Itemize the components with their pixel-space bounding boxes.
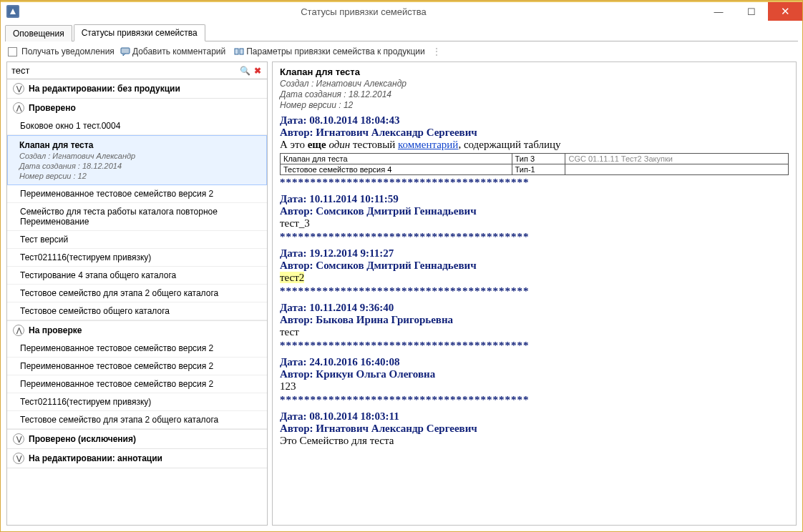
table-cell (565, 164, 789, 175)
receive-label: Получать уведомления (21, 46, 115, 56)
entry-author: Автор: Сомсиков Дмитрий Геннадьевич (280, 260, 789, 272)
entry-body: 123 (280, 380, 789, 393)
comment-entry: Дата: 10.11.2014 10:11:59Автор: Сомсиков… (280, 193, 789, 230)
list-item[interactable]: Семейство для теста работы каталога повт… (7, 203, 267, 231)
item-title: Тестирование 4 этапа общего каталога (20, 270, 260, 280)
separator-stars: ****************************************… (280, 340, 789, 352)
group-header[interactable]: ⋁Проверено (исключения) (7, 430, 267, 448)
maximize-button[interactable]: ☐ (735, 2, 768, 21)
clear-search-icon[interactable]: ✖ (251, 66, 264, 76)
svg-rect-1 (121, 48, 130, 54)
list-item[interactable]: Тест версий (7, 231, 267, 249)
window-buttons: — ☐ ✕ (702, 2, 802, 21)
item-meta: Дата создания : 18.12.2014 (19, 162, 259, 170)
comment-entry: Дата: 08.10.2014 18:04:43Автор: Игнатови… (280, 114, 789, 175)
list-item[interactable]: Тест021116(тестируем привязку) (7, 393, 267, 411)
entry-author: Автор: Крикун Ольга Олеговна (280, 368, 789, 380)
params-icon (234, 46, 244, 56)
item-title: Боковое окно 1 тест.0004 (20, 121, 260, 131)
item-meta: Создал : Игнатович Александр (19, 152, 259, 160)
tab-bar: ОповещенияСтатусы привязки семейства (1, 21, 802, 41)
list-item[interactable]: Тестовое семейство общего каталога (7, 302, 267, 320)
entry-date: Дата: 19.12.2014 9:11:27 (280, 247, 789, 260)
app-icon (6, 5, 19, 18)
item-title: Тест021116(тестируем привязку) (20, 397, 260, 407)
separator-stars: ****************************************… (280, 177, 789, 189)
table-cell: Тип 3 (512, 154, 565, 164)
receive-checkbox[interactable] (8, 47, 17, 56)
add-comment-button[interactable]: Добавить комментарий (117, 45, 228, 58)
svg-rect-3 (240, 49, 243, 54)
item-title: Тестовое семейство общего каталога (20, 306, 260, 316)
separator-stars: ****************************************… (280, 394, 789, 406)
search-row: 🔍 ✖ (7, 62, 267, 79)
group-title: На редактировании: аннотации (29, 453, 162, 463)
chevron-up-icon: ⋀ (13, 102, 24, 114)
table-cell: Тестовое семейство версия 4 (281, 164, 512, 175)
comment-entry: Дата: 08.10.2014 18:03:11Автор: Игнатови… (280, 410, 789, 447)
entry-body: тест2 (280, 272, 789, 284)
table-cell: Клапан для теста (281, 154, 512, 164)
search-input[interactable] (7, 62, 238, 79)
list-item[interactable]: Тестовое семейство для этапа 2 общего ка… (7, 411, 267, 429)
entry-author: Автор: Сомсиков Дмитрий Геннадьевич (280, 205, 789, 217)
list-item[interactable]: Переименованное тестовое семейство верси… (7, 358, 267, 375)
window-title: Статусы привязки семейства (25, 6, 702, 17)
entry-body: тест_3 (280, 217, 789, 230)
family-tree: ⋁На редактировании: без продукции⋀Провер… (7, 79, 267, 525)
item-meta: Номер версии : 12 (19, 172, 259, 180)
chevron-down-icon: ⋁ (13, 433, 24, 445)
toolbar-separator: ⋮ (432, 46, 441, 56)
comment-entry: Дата: 19.12.2014 9:11:27Автор: Сомсиков … (280, 247, 789, 284)
entry-date: Дата: 08.10.2014 18:04:43 (280, 114, 789, 127)
comment-icon (120, 46, 130, 56)
list-item[interactable]: Тестовое семейство для этапа 2 общего ка… (7, 285, 267, 302)
list-item[interactable]: Тестирование 4 этапа общего каталога (7, 267, 267, 285)
app-window: Статусы привязки семейства — ☐ ✕ Оповеще… (0, 0, 803, 532)
titlebar: Статусы привязки семейства — ☐ ✕ (1, 1, 802, 21)
item-title: Переименованное тестовое семейство верси… (20, 189, 260, 199)
entry-date: Дата: 10.11.2014 10:11:59 (280, 193, 789, 205)
group-title: На редактировании: без продукции (29, 84, 180, 94)
entry-author: Автор: Игнатович Александр Сергеевич (280, 127, 789, 139)
group-header[interactable]: ⋀Проверено (7, 99, 267, 117)
list-item[interactable]: Переименованное тестовое семейство верси… (7, 185, 267, 203)
params-button[interactable]: Параметры привязки семейства к продукции (231, 45, 427, 58)
entry-date: Дата: 24.10.2016 16:40:08 (280, 356, 789, 368)
detail-title: Клапан для теста (280, 66, 789, 77)
comment-entry: Дата: 24.10.2016 16:40:08Автор: Крикун О… (280, 356, 789, 393)
comment-entry: Дата: 10.11.2014 9:36:40Автор: Быкова Ир… (280, 302, 789, 338)
close-button[interactable]: ✕ (768, 2, 802, 21)
group-title: Проверено (29, 103, 76, 113)
group-title: Проверено (исключения) (29, 434, 136, 444)
list-item[interactable]: Переименованное тестовое семейство верси… (7, 375, 267, 393)
chevron-down-icon: ⋁ (13, 453, 24, 464)
entry-author: Автор: Игнатович Александр Сергеевич (280, 423, 789, 435)
tab-active[interactable]: Статусы привязки семейства (74, 24, 205, 41)
group-header[interactable]: ⋁На редактировании: без продукции (7, 79, 267, 98)
detail-meta: Номер версии : 12 (280, 100, 789, 110)
list-item[interactable]: Клапан для тестаСоздал : Игнатович Алекс… (7, 135, 267, 185)
tab-inactive[interactable]: Оповещения (5, 25, 72, 41)
list-item[interactable]: Боковое окно 1 тест.0004 (7, 117, 267, 135)
item-title: Тестовое семейство для этапа 2 общего ка… (20, 415, 260, 425)
table-cell: Тип-1 (512, 164, 565, 175)
search-icon[interactable]: 🔍 (238, 66, 251, 76)
svg-rect-2 (235, 49, 238, 54)
item-title: Переименованное тестовое семейство верси… (20, 361, 260, 371)
group-header[interactable]: ⋀На проверке (7, 321, 267, 340)
list-item[interactable]: Тест021116(тестируем привязку) (7, 249, 267, 267)
detail-panel: Клапан для тестаСоздал : Игнатович Алекс… (272, 61, 797, 526)
separator-stars: ****************************************… (280, 231, 789, 243)
entry-body: Это Семейство для теста (280, 435, 789, 447)
group-header[interactable]: ⋁На редактировании: аннотации (7, 449, 267, 468)
entry-date: Дата: 10.11.2014 9:36:40 (280, 302, 789, 314)
detail-meta: Дата создания : 18.12.2014 (280, 89, 789, 99)
left-panel: 🔍 ✖ ⋁На редактировании: без продукции⋀Пр… (6, 61, 268, 526)
item-title: Клапан для теста (19, 140, 259, 150)
minimize-button[interactable]: — (702, 2, 735, 21)
list-item[interactable]: Переименованное тестовое семейство верси… (7, 340, 267, 358)
entry-body: тест (280, 326, 789, 338)
detail-meta: Создал : Игнатович Александр (280, 79, 789, 89)
table-cell: CGC 01.11.11 Тест2 Закупки (565, 154, 789, 164)
